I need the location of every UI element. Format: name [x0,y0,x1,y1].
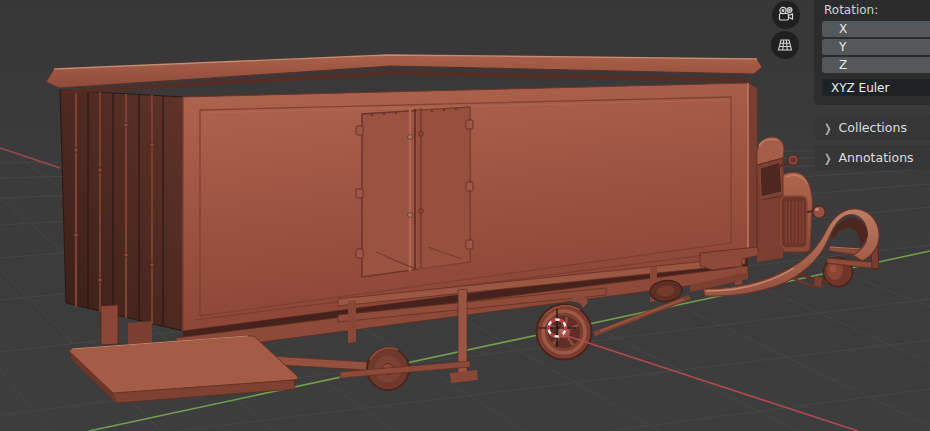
transform-panel: Rotation: X Y Z XYZ Euler [814,0,930,105]
annotations-panel-header[interactable]: ❯ Annotations [815,145,930,170]
truck-side-doors [356,107,473,277]
orthographic-view-button[interactable] [771,31,799,59]
blender-3d-viewport[interactable]: Rotation: X Y Z XYZ Euler ❯ Collections … [0,0,930,431]
grid-icon [775,35,795,55]
viewport-canvas[interactable] [0,0,930,431]
collections-label: Collections [839,120,907,135]
truck-front-edge [748,83,757,257]
rotation-x-label: X [839,22,847,36]
rotation-mode-value: XYZ Euler [831,81,889,95]
annotations-label: Annotations [839,150,914,165]
chevron-right-icon: ❯ [824,121,832,134]
collections-panel-header[interactable]: ❯ Collections [815,115,930,140]
rotation-y-label: Y [839,40,846,54]
headlight [813,206,825,218]
camera-view-button[interactable] [772,1,800,29]
rotation-y-slider[interactable]: Y [822,39,930,55]
rotation-mode-dropdown[interactable]: XYZ Euler [822,79,930,96]
rotation-z-label: Z [839,58,847,72]
rotation-x-slider[interactable]: X [822,21,930,37]
rotation-label: Rotation: [822,2,930,21]
rotation-z-slider[interactable]: Z [822,57,930,73]
truck-rear-face [60,90,183,331]
camera-icon [776,5,796,25]
chevron-right-icon: ❯ [824,151,832,164]
